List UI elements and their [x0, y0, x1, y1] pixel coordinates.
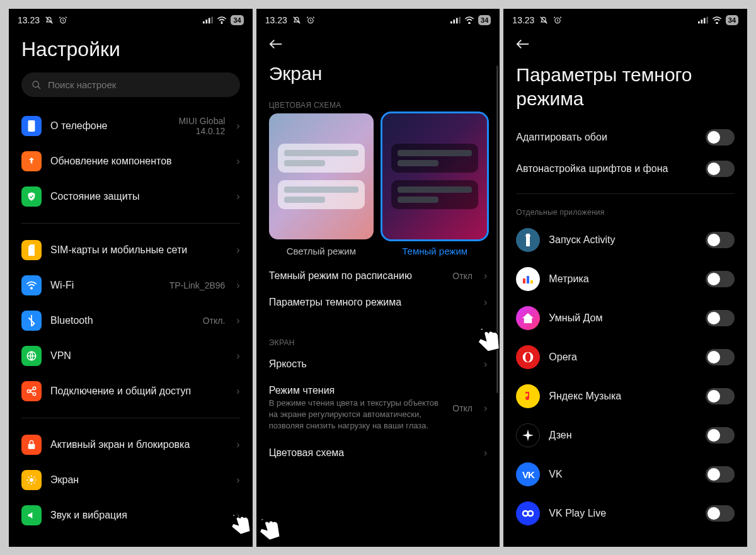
- app-icon-ymusic: [516, 384, 540, 408]
- row-label: Яркость: [269, 358, 475, 370]
- divider: [21, 418, 240, 418]
- section-screen: ЭКРАН: [256, 333, 500, 351]
- wifi-icon: [217, 16, 227, 24]
- app-icon-smart-home: [516, 306, 540, 330]
- row-about-phone[interactable]: О телефоне MIUI Global 14.0.12 ›: [9, 108, 253, 144]
- row-label: VK Play Live: [549, 508, 697, 519]
- svg-point-55: [525, 353, 530, 362]
- row-autofont[interactable]: Автонастройка шрифтов и фона: [503, 153, 747, 185]
- row-label: Wi-Fi: [50, 280, 161, 291]
- svg-line-39: [258, 518, 261, 521]
- svg-line-28: [293, 17, 300, 24]
- mute-icon: [539, 16, 548, 25]
- row-label: О телефоне: [50, 120, 169, 132]
- svg-rect-33: [459, 17, 461, 24]
- chevron-right-icon: ›: [236, 280, 239, 291]
- wifi-icon: [464, 16, 474, 24]
- scrollbar[interactable]: [496, 66, 498, 542]
- back-button[interactable]: [503, 29, 747, 54]
- toggle[interactable]: [706, 505, 735, 522]
- toggle[interactable]: [706, 427, 735, 443]
- dark-preview: [382, 113, 487, 239]
- row-label: Метрика: [549, 273, 697, 285]
- row-display[interactable]: Экран ›: [9, 462, 253, 498]
- row-color-scheme[interactable]: Цветовая схема ›: [256, 440, 500, 466]
- wifi-icon: [712, 16, 722, 24]
- row-bluetooth[interactable]: Bluetooth Откл. ›: [9, 303, 253, 338]
- row-security[interactable]: Состояние защиты ›: [9, 179, 253, 214]
- toggle[interactable]: [706, 388, 735, 404]
- battery-indicator: 34: [478, 15, 491, 25]
- toggle[interactable]: [706, 129, 735, 146]
- update-icon: [21, 151, 42, 171]
- row-dark-params[interactable]: Параметры темного режима ›: [256, 289, 500, 316]
- row-app-activity[interactable]: Запуск Activity: [503, 220, 747, 260]
- row-wifi[interactable]: Wi-Fi TP-Link_2B96 ›: [9, 268, 253, 303]
- search-input[interactable]: Поиск настроек: [21, 72, 240, 97]
- row-lock[interactable]: Активный экран и блокировка ›: [9, 427, 253, 462]
- row-app-vkplay[interactable]: VK Play Live: [503, 494, 747, 533]
- wifi-icon: [21, 275, 42, 295]
- bluetooth-icon: [21, 311, 42, 331]
- svg-point-14: [33, 392, 36, 396]
- svg-rect-46: [704, 18, 706, 23]
- app-icon-vk: VK: [516, 462, 540, 486]
- toggle[interactable]: [706, 232, 735, 248]
- row-app-ymusic[interactable]: Яндекс Музыка: [503, 377, 747, 416]
- row-label: Параметры темного режима: [269, 297, 475, 308]
- row-dark-schedule[interactable]: Темный режим по расписанию Откл ›: [256, 263, 500, 289]
- battery-indicator: 34: [726, 15, 738, 25]
- search-placeholder: Поиск настроек: [48, 79, 116, 90]
- phone-icon: [21, 116, 42, 136]
- svg-rect-47: [706, 17, 708, 24]
- svg-point-7: [33, 81, 38, 87]
- chevron-right-icon: ›: [484, 358, 487, 370]
- dark-mode-card[interactable]: Темный режим: [382, 113, 487, 256]
- svg-rect-2: [203, 21, 205, 24]
- row-app-vk[interactable]: VK VK: [503, 455, 747, 494]
- chevron-right-icon: ›: [236, 386, 239, 397]
- signal-icon: [203, 16, 213, 24]
- row-sim[interactable]: SIM-карты и мобильные сети ›: [9, 232, 253, 268]
- row-value: Откл: [452, 271, 472, 281]
- row-label: Режим чтения: [269, 385, 444, 396]
- row-value: MIUI Global: [178, 116, 225, 126]
- svg-point-10: [31, 287, 32, 289]
- alarm-icon: [553, 16, 562, 25]
- status-time: 13.23: [512, 15, 534, 25]
- search-icon: [32, 80, 42, 90]
- svg-line-41: [265, 516, 268, 519]
- toggle[interactable]: [706, 310, 735, 326]
- row-app-metrica[interactable]: Метрика: [503, 260, 747, 299]
- page-title: Настройки: [9, 29, 253, 72]
- status-bar: 13.23 34: [9, 9, 253, 29]
- chevron-right-icon: ›: [236, 191, 239, 202]
- row-sound[interactable]: Звук и вибрация ›: [9, 498, 253, 533]
- row-vpn[interactable]: VPN ›: [9, 338, 253, 374]
- chevron-right-icon: ›: [484, 447, 487, 459]
- row-value-2: 14.0.12: [196, 126, 226, 136]
- toggle[interactable]: [706, 271, 735, 287]
- light-mode-card[interactable]: Светлый режим: [269, 113, 374, 256]
- row-adapt-wallpaper[interactable]: Адаптировать обои: [503, 122, 747, 153]
- row-app-dzen[interactable]: Дзен: [503, 416, 747, 455]
- row-brightness[interactable]: Яркость ›: [256, 351, 500, 377]
- row-app-smart-home[interactable]: Умный Дом: [503, 299, 747, 338]
- row-app-opera[interactable]: Opera: [503, 338, 747, 377]
- chevron-right-icon: ›: [236, 474, 239, 486]
- toggle[interactable]: [706, 466, 735, 483]
- divider: [516, 193, 735, 194]
- toggle[interactable]: [706, 161, 735, 177]
- svg-line-8: [38, 86, 40, 89]
- toggle[interactable]: [706, 349, 735, 365]
- page-title: Параметры темного режима: [503, 54, 747, 122]
- row-reading[interactable]: Режим чтения В режиме чтения цвета и тек…: [256, 377, 500, 440]
- status-bar: 13.23 34: [256, 9, 500, 29]
- svg-line-0: [46, 17, 53, 24]
- svg-rect-51: [523, 278, 525, 283]
- status-time: 13.23: [18, 15, 40, 25]
- row-update[interactable]: Обновление компонентов ›: [9, 144, 253, 179]
- back-button[interactable]: [256, 29, 500, 54]
- light-preview: [269, 113, 374, 239]
- row-share[interactable]: Подключение и общий доступ ›: [9, 374, 253, 409]
